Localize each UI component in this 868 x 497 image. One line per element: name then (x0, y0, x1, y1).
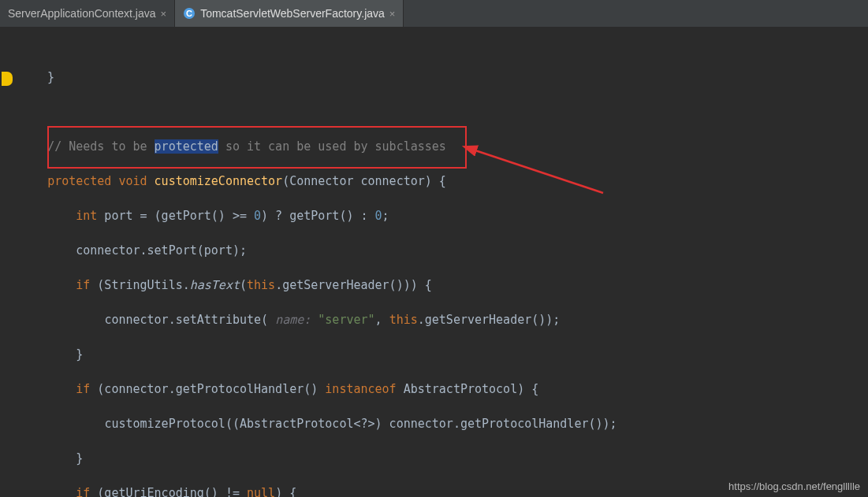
lightbulb-icon[interactable] (2, 72, 13, 86)
code-line: } (19, 450, 868, 467)
code-line: // Needs to be protected so it can be us… (19, 138, 868, 155)
code-line: connector.setPort(port); (19, 242, 868, 259)
code-line: connector.setAttribute( name: "server", … (19, 311, 868, 328)
editor-tab-inactive[interactable]: ServerApplicationContext.java × (0, 0, 175, 27)
code-line: protected void customizeConnector(Connec… (19, 172, 868, 190)
editor-tab-active[interactable]: C TomcatServletWebServerFactory.java × (175, 0, 404, 27)
close-icon[interactable]: × (389, 8, 396, 20)
code-line: int port = (getPort() >= 0) ? getPort() … (19, 207, 868, 224)
code-line: customizeProtocol((AbstractProtocol<?>) … (19, 415, 868, 432)
svg-text:C: C (186, 9, 192, 18)
code-line: } (19, 69, 868, 86)
code-line: if (connector.getProtocolHandler() insta… (19, 380, 868, 398)
close-icon[interactable]: × (161, 8, 167, 20)
code-line: } (19, 346, 868, 363)
tab-label: ServerApplicationContext.java (8, 7, 156, 20)
watermark-text: https://blog.csdn.net/fengllllle (728, 480, 860, 492)
code-line (19, 103, 868, 121)
code-editor[interactable]: } // Needs to be protected so it can be … (0, 28, 868, 497)
editor-tab-bar: ServerApplicationContext.java × C Tomcat… (0, 0, 868, 28)
tab-label: TomcatServletWebServerFactory.java (200, 7, 385, 20)
code-line: if (StringUtils.hasText(this.getServerHe… (19, 276, 868, 294)
class-file-icon: C (183, 7, 196, 20)
